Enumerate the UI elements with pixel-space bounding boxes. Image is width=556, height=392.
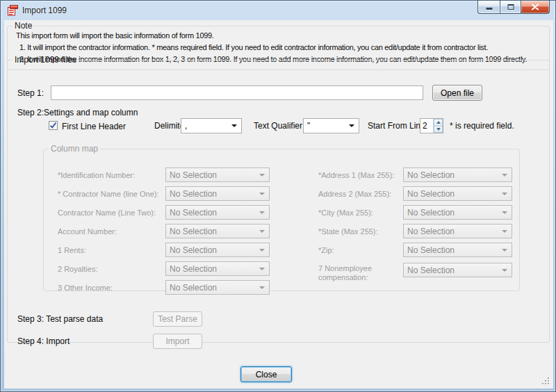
chevron-down-icon [502, 269, 507, 272]
resize-grip[interactable] [541, 376, 550, 386]
other-income-label: 3 Other Income: [58, 284, 165, 292]
contractor-name-line-two-dropdown: No Selection [165, 205, 270, 220]
import-files-legend: Import 1099 files [13, 55, 79, 65]
address-2-dropdown: No Selection [403, 186, 512, 201]
table-row: 7 Nonemployee compensation: No Selection [318, 263, 512, 282]
text-qualifier-value: " [307, 121, 310, 131]
chevron-down-icon [259, 193, 265, 195]
column-map-legend: Column map [49, 144, 100, 154]
chevron-down-icon [436, 128, 441, 131]
checkmark-icon [49, 122, 57, 129]
start-from-line-stepper[interactable] [420, 118, 443, 133]
table-row: *Zip: No Selection [318, 243, 512, 257]
city-dropdown: No Selection [403, 205, 512, 220]
chevron-down-icon [259, 268, 265, 270]
table-row: Contractor Name (Line Two): No Selection [58, 205, 270, 220]
nonemployee-compensation-label: 7 Nonemployee compensation: [318, 263, 403, 282]
note-line-2: 1. It will import the contractor informa… [19, 43, 549, 51]
import-1099-dialog: Import 1099 Note This import form will i… [0, 0, 556, 392]
contractor-name-line-one-label: * Contractor Name (line One): [58, 190, 165, 198]
table-row: *City (Max 255): No Selection [318, 205, 512, 220]
import-files-groupbox: Import 1099 files Step 1: Open file Step… [7, 55, 550, 343]
app-icon [7, 5, 18, 16]
chevron-down-icon [231, 124, 237, 127]
contractor-name-line-one-dropdown: No Selection [165, 186, 270, 201]
dialog-body: Note This import form will import the ba… [4, 20, 553, 389]
chevron-down-icon [259, 286, 265, 289]
step3-label: Step 3: Test parse data [17, 314, 103, 324]
table-row: *Identification Number: No Selection [58, 168, 270, 182]
minimize-icon [486, 8, 492, 10]
chevron-down-icon [259, 211, 265, 214]
column-map-left-column: *Identification Number: No Selection * C… [58, 168, 270, 299]
spinner-up-button[interactable] [434, 119, 443, 126]
window-controls [478, 1, 550, 14]
import-button: Import [153, 334, 202, 349]
start-from-line-input[interactable] [420, 119, 433, 133]
table-row: 3 Other Income: No Selection [58, 280, 270, 295]
close-icon [532, 4, 539, 10]
text-qualifier-dropdown[interactable]: " [303, 118, 359, 133]
note-legend: Note [13, 21, 34, 31]
first-line-header-checkbox[interactable] [49, 121, 58, 130]
zip-label: *Zip: [318, 246, 403, 254]
step1-label: Step 1: [17, 88, 44, 98]
first-line-header-label: First Line Header [62, 122, 126, 131]
chevron-down-icon [349, 124, 354, 127]
royalties-dropdown: No Selection [165, 261, 270, 276]
step2-title: Settings and map column [44, 108, 138, 117]
city-label: *City (Max 255): [318, 209, 403, 217]
address-2-label: Address 2 (Max 255): [318, 190, 403, 198]
note-line-1: This import form will import the basic i… [16, 31, 549, 40]
chevron-down-icon [502, 230, 507, 233]
contractor-name-line-two-label: Contractor Name (Line Two): [58, 209, 165, 217]
window-title: Import 1099 [22, 6, 67, 15]
chevron-down-icon [502, 249, 507, 252]
chevron-down-icon [502, 211, 507, 214]
state-dropdown: No Selection [403, 224, 512, 238]
spinner-down-button[interactable] [434, 126, 443, 133]
titlebar[interactable]: Import 1099 [1, 1, 555, 20]
zip-dropdown: No Selection [403, 243, 512, 257]
spinner-buttons [433, 119, 443, 133]
file-path-input[interactable] [51, 85, 423, 100]
account-number-label: Account Number: [58, 227, 165, 236]
royalties-label: 2 Royalties: [58, 265, 165, 273]
step4-label: Step 4: Import [17, 336, 70, 346]
identification-number-label: *Identification Number: [58, 171, 165, 179]
delimiter-value: , [185, 121, 187, 131]
step2-label: Step 2: [17, 108, 44, 117]
chevron-down-icon [259, 230, 265, 233]
table-row: Address 2 (Max 255): No Selection [318, 186, 512, 201]
rents-label: 1 Rents: [58, 246, 165, 254]
text-qualifier-label: Text Qualifier [254, 121, 302, 131]
maximize-icon [507, 4, 514, 10]
table-row: *State (Max 255): No Selection [318, 224, 512, 238]
column-map-right-column: *Address 1 (Max 255): No Selection Addre… [318, 168, 512, 286]
chevron-down-icon [259, 249, 265, 252]
other-income-dropdown: No Selection [165, 280, 270, 295]
address-1-dropdown: No Selection [403, 168, 512, 182]
table-row: 2 Royalties: No Selection [58, 261, 270, 276]
chevron-down-icon [502, 193, 507, 195]
delimiter-dropdown[interactable]: , [181, 118, 242, 133]
chevron-down-icon [502, 174, 507, 177]
state-label: *State (Max 255): [318, 227, 403, 236]
table-row: * Contractor Name (line One): No Selecti… [58, 186, 270, 201]
chevron-down-icon [259, 174, 265, 177]
close-window-button[interactable] [521, 1, 550, 14]
close-dialog-button[interactable]: Close [240, 366, 292, 382]
test-parse-button: Test Parse [153, 311, 202, 327]
identification-number-dropdown: No Selection [165, 168, 270, 182]
open-file-button[interactable]: Open file [432, 85, 482, 101]
nonemployee-compensation-dropdown: No Selection [403, 263, 512, 277]
maximize-button[interactable] [500, 1, 521, 14]
column-map-groupbox: Column map *Identification Number: No Se… [43, 144, 520, 291]
table-row: *Address 1 (Max 255): No Selection [318, 168, 512, 182]
table-row: Account Number: No Selection [58, 224, 270, 238]
required-field-note: * is required field. [450, 121, 514, 131]
minimize-button[interactable] [477, 1, 500, 14]
rents-dropdown: No Selection [165, 243, 270, 257]
chevron-up-icon [436, 121, 441, 124]
account-number-dropdown: No Selection [165, 224, 270, 238]
